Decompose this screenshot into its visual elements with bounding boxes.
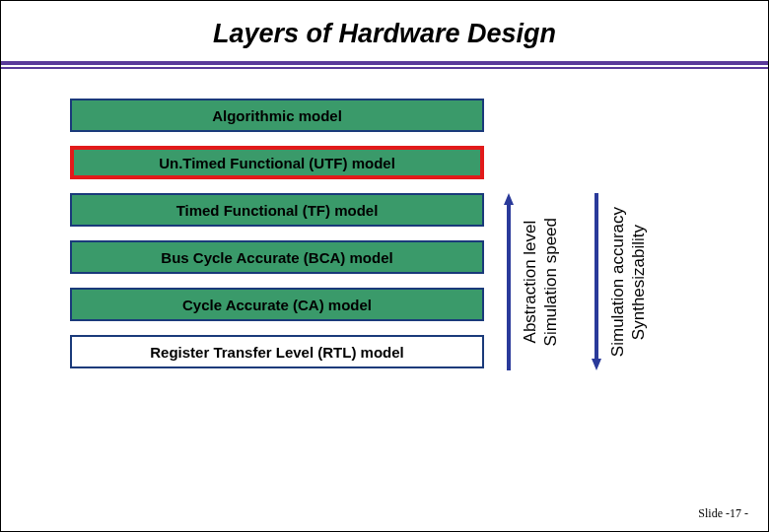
simulation-speed-label: Simulation speed (541, 218, 560, 346)
arrow-down-icon (592, 193, 601, 370)
divider-thin (1, 67, 768, 69)
layer-tf: Timed Functional (TF) model (70, 193, 484, 227)
layer-ca: Cycle Accurate (CA) model (70, 288, 484, 321)
layer-stack: Algorithmic model Un.Timed Functional (U… (70, 99, 484, 368)
slide-footer: Slide -17 - (698, 506, 748, 521)
synthesizability-label: Synthesizability (629, 224, 648, 339)
layer-algorithmic: Algorithmic model (70, 99, 484, 132)
arrow-up-icon (504, 193, 514, 370)
simulation-accuracy-label: Simulation accuracy (608, 207, 627, 357)
arrow-group-up: Abstraction level Simulation speed (504, 179, 562, 384)
svg-marker-0 (504, 193, 514, 370)
content-area: Algorithmic model Un.Timed Functional (U… (1, 99, 768, 384)
layer-bca: Bus Cycle Accurate (BCA) model (70, 240, 484, 274)
arrow-group-down: Simulation accuracy Synthesizability (592, 179, 650, 384)
abstraction-level-label: Abstraction level (521, 221, 539, 344)
svg-marker-1 (592, 193, 601, 370)
arrow-down-label: Simulation accuracy Synthesizability (607, 207, 650, 357)
slide-title: Layers of Hardware Design (1, 1, 768, 61)
arrows-area: Abstraction level Simulation speed Simul… (504, 99, 649, 384)
layer-utf: Un.Timed Functional (UTF) model (70, 146, 484, 179)
layer-rtl: Register Transfer Level (RTL) model (70, 335, 484, 368)
arrow-up-label: Abstraction level Simulation speed (520, 218, 562, 346)
divider-thick (1, 61, 768, 65)
